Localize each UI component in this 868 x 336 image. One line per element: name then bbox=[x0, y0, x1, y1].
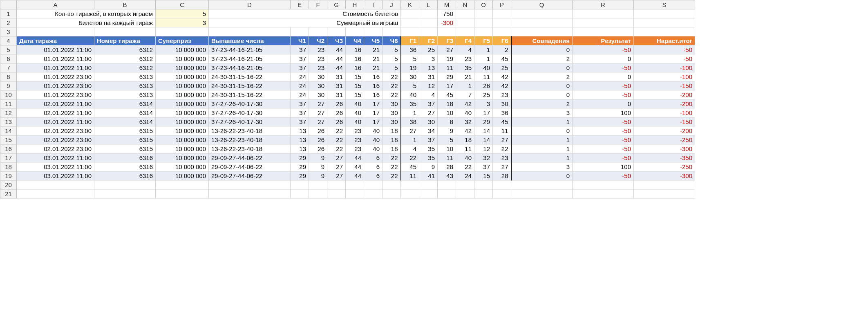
cell[interactable] bbox=[493, 9, 511, 18]
cell[interactable]: 40 bbox=[401, 90, 419, 99]
cell[interactable]: 27 bbox=[438, 45, 456, 54]
cell[interactable]: 42 bbox=[456, 99, 474, 108]
cell[interactable]: 23 bbox=[309, 63, 327, 72]
cell[interactable]: 40 bbox=[456, 153, 474, 162]
cell[interactable]: 30 bbox=[401, 72, 419, 81]
cell[interactable]: 37 bbox=[291, 117, 309, 126]
cell[interactable]: 31 bbox=[419, 72, 438, 81]
cell[interactable]: 27 bbox=[309, 99, 327, 108]
cell[interactable] bbox=[383, 27, 401, 36]
column-header[interactable]: R bbox=[573, 0, 634, 9]
cell[interactable] bbox=[401, 27, 419, 36]
cell[interactable] bbox=[474, 189, 493, 198]
cell[interactable]: 2 bbox=[511, 99, 573, 108]
cell[interactable]: 1 bbox=[474, 54, 493, 63]
cell[interactable]: 21 bbox=[456, 72, 474, 81]
cell[interactable]: 6313 bbox=[94, 72, 156, 81]
cell[interactable]: 02.01.2022 11:00 bbox=[17, 117, 94, 126]
cell[interactable]: 03.01.2022 11:00 bbox=[17, 162, 94, 171]
cell[interactable]: 12 bbox=[474, 144, 493, 153]
cell[interactable] bbox=[456, 180, 474, 189]
cell[interactable]: 24 bbox=[291, 81, 309, 90]
row-header[interactable]: 3 bbox=[0, 27, 17, 36]
cell[interactable]: 38 bbox=[401, 117, 419, 126]
row-header[interactable]: 14 bbox=[0, 126, 17, 135]
cell[interactable] bbox=[94, 180, 156, 189]
cell[interactable]: 29 bbox=[474, 117, 493, 126]
cell[interactable]: 1 bbox=[474, 45, 493, 54]
column-header[interactable]: L bbox=[419, 0, 438, 9]
cell[interactable]: 13 bbox=[291, 144, 309, 153]
cell[interactable]: 17 bbox=[364, 99, 383, 108]
cell[interactable]: 01.01.2022 23:00 bbox=[17, 81, 94, 90]
cell[interactable]: 40 bbox=[346, 117, 364, 126]
row-header[interactable]: 4 bbox=[0, 36, 17, 45]
cell[interactable] bbox=[17, 189, 94, 198]
cell[interactable] bbox=[474, 9, 493, 18]
cell[interactable]: Билетов на каждый тираж bbox=[17, 18, 156, 27]
cell[interactable] bbox=[209, 180, 291, 189]
cell[interactable]: 26 bbox=[474, 81, 493, 90]
cell[interactable]: 10 bbox=[438, 144, 456, 153]
table-header-cell[interactable]: Результат bbox=[573, 36, 634, 45]
cell[interactable]: 27 bbox=[401, 126, 419, 135]
cell[interactable]: 8 bbox=[438, 117, 456, 126]
cell[interactable]: 29 bbox=[438, 72, 456, 81]
cell[interactable] bbox=[419, 189, 438, 198]
row-header[interactable]: 19 bbox=[0, 171, 17, 180]
row-header[interactable]: 13 bbox=[0, 117, 17, 126]
cell[interactable]: 40 bbox=[346, 108, 364, 117]
table-header-cell[interactable]: Г6 bbox=[493, 36, 511, 45]
cell[interactable]: 6316 bbox=[94, 162, 156, 171]
cell[interactable]: 15 bbox=[346, 72, 364, 81]
cell[interactable]: 2 bbox=[493, 45, 511, 54]
cell[interactable]: 40 bbox=[364, 126, 383, 135]
cell[interactable]: 29-09-27-44-06-22 bbox=[209, 171, 291, 180]
cell[interactable] bbox=[419, 27, 438, 36]
cell[interactable] bbox=[511, 180, 573, 189]
table-header-cell[interactable]: Нараст.итог bbox=[634, 36, 695, 45]
column-header[interactable]: B bbox=[94, 0, 156, 9]
cell[interactable] bbox=[401, 18, 419, 27]
cell[interactable]: 37-23-44-16-21-05 bbox=[209, 45, 291, 54]
cell[interactable]: 02.01.2022 23:00 bbox=[17, 126, 94, 135]
cell[interactable]: 10 000 000 bbox=[156, 126, 209, 135]
cell[interactable]: 44 bbox=[346, 171, 364, 180]
cell[interactable]: 10 000 000 bbox=[156, 144, 209, 153]
cell[interactable]: 6 bbox=[364, 153, 383, 162]
cell[interactable]: -50 bbox=[573, 153, 634, 162]
cell[interactable]: -300 bbox=[438, 18, 456, 27]
spreadsheet-grid[interactable]: ABCDEFGHIJKLMNOPQRS1Кол-во тиражей, в ко… bbox=[0, 0, 695, 198]
cell[interactable]: 15 bbox=[346, 81, 364, 90]
cell[interactable]: 16 bbox=[346, 45, 364, 54]
cell[interactable]: 31 bbox=[327, 90, 346, 99]
table-header-cell[interactable]: Дата тиража bbox=[17, 36, 94, 45]
cell[interactable]: 5 bbox=[383, 54, 401, 63]
cell[interactable]: 37-23-44-16-21-05 bbox=[209, 54, 291, 63]
cell[interactable]: 23 bbox=[346, 126, 364, 135]
cell[interactable]: 37 bbox=[474, 162, 493, 171]
cell[interactable]: 23 bbox=[309, 45, 327, 54]
cell[interactable]: 30 bbox=[383, 108, 401, 117]
cell[interactable]: 10 000 000 bbox=[156, 99, 209, 108]
table-header-cell[interactable]: Ч6 bbox=[383, 36, 401, 45]
cell[interactable]: 37 bbox=[291, 54, 309, 63]
cell[interactable] bbox=[364, 27, 383, 36]
cell[interactable]: 19 bbox=[438, 54, 456, 63]
cell[interactable] bbox=[511, 189, 573, 198]
cell[interactable]: 1 bbox=[511, 117, 573, 126]
cell[interactable]: 13-26-22-23-40-18 bbox=[209, 126, 291, 135]
cell[interactable]: -200 bbox=[634, 99, 695, 108]
cell[interactable]: -300 bbox=[634, 144, 695, 153]
cell[interactable]: 24-30-31-15-16-22 bbox=[209, 90, 291, 99]
cell[interactable]: 6315 bbox=[94, 135, 156, 144]
cell[interactable] bbox=[17, 180, 94, 189]
cell[interactable]: 1 bbox=[511, 144, 573, 153]
cell[interactable]: 22 bbox=[327, 126, 346, 135]
table-header-cell[interactable]: Ч1 bbox=[291, 36, 309, 45]
cell[interactable]: 21 bbox=[364, 45, 383, 54]
cell[interactable]: 31 bbox=[327, 81, 346, 90]
cell[interactable]: 0 bbox=[511, 81, 573, 90]
cell[interactable]: 11 bbox=[456, 144, 474, 153]
cell[interactable]: 36 bbox=[493, 108, 511, 117]
